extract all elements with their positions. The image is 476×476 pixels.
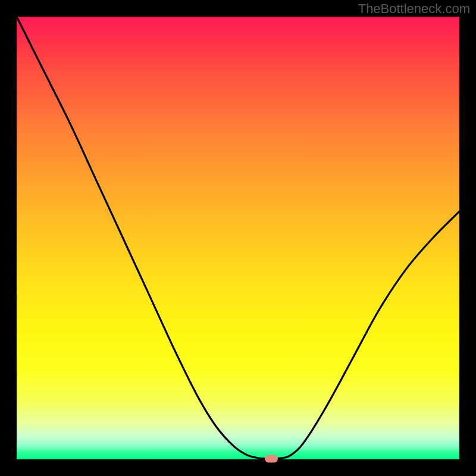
plot-area [17, 17, 459, 459]
bottleneck-curve-path [17, 17, 459, 459]
curve-svg [17, 17, 459, 459]
watermark-text: TheBottleneck.com [358, 1, 470, 17]
chart-frame: TheBottleneck.com [0, 0, 476, 476]
optimum-marker [265, 455, 278, 462]
